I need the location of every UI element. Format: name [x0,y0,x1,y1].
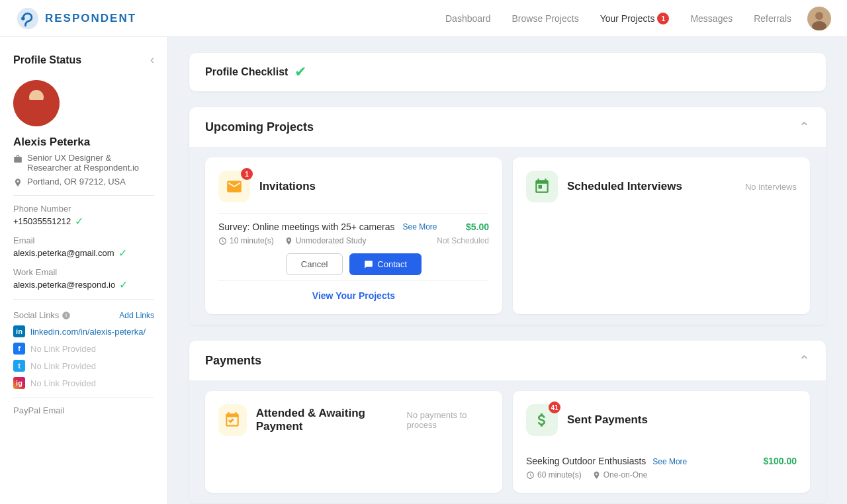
logo[interactable]: RESPONDENT [16,7,136,30]
upcoming-chevron: ⌃ [799,119,810,135]
invitations-icon-wrap: 1 [218,171,250,202]
upcoming-grid: 1 Invitations Survey: Online meetings wi… [205,157,810,314]
profile-name: Alexis Peterka [13,136,154,149]
chat-icon [364,260,373,269]
navbar: RESPONDENT Dashboard Browse Projects You… [0,0,847,37]
twitter-icon: t [13,360,25,372]
divider-1 [13,195,154,196]
email-label: Email [13,235,154,245]
location-icon [13,178,22,187]
svg-point-0 [17,7,38,28]
location-sent-icon [592,471,601,480]
invitations-header: 1 Invitations [218,171,489,202]
clock-small-icon [526,471,535,480]
awaiting-sub: No payments to process [407,410,489,430]
divider-3 [13,397,154,398]
social-instagram[interactable]: ig No Link Provided [13,377,154,389]
instagram-icon: ig [13,377,25,389]
profile-avatar [13,80,60,126]
cancel-button[interactable]: Cancel [286,253,343,275]
work-email-value: alexis.peterka@respond.io ✓ [13,278,154,291]
logo-text: RESPONDENT [45,12,136,25]
work-email-check: ✓ [119,278,128,291]
social-title: Social Links i [13,310,71,320]
facebook-icon: f [13,343,25,355]
paypal-label: PayPal Email [13,405,154,415]
sidebar-header: Profile Status ‹ [13,53,154,67]
nav-dashboard[interactable]: Dashboard [445,13,491,24]
profile-checklist-bar: Profile Checklist ✔ [189,53,826,91]
invitations-badge: 1 [241,168,253,180]
sent-duration: 60 minute(s) [526,470,582,480]
sent-payments-badge: 41 [549,401,560,413]
page: Profile Status ‹ Alexis Peterka Senior U… [0,0,847,504]
sent-see-more[interactable]: See More [652,457,687,466]
checklist-check-icon: ✔ [294,63,306,81]
nav-links: Dashboard Browse Projects Your Projects … [445,13,791,24]
nav-browse[interactable]: Browse Projects [512,13,578,24]
payments-title: Payments [205,354,261,368]
payments-header[interactable]: Payments ⌃ [189,341,826,380]
view-projects-link[interactable]: View Your Projects [218,280,489,301]
sidebar-toggle[interactable]: ‹ [150,53,154,67]
divider-2 [13,299,154,300]
calendar-check-icon [224,411,241,429]
invitation-title-text: Survey: Online meetings with 25+ cameras… [218,222,437,232]
sent-icon-wrap: 41 [526,404,558,436]
sent-payment-title-row: Seeking Outdoor Enthusiasts See More $10… [526,456,797,466]
invitation-status: Not Scheduled [437,236,489,245]
email-value: alexis.peterka@gmail.com ✓ [13,247,154,259]
avatar-wrap [13,80,154,126]
profile-job: Senior UX Designer & Researcher at Respo… [13,153,154,173]
invitations-card: 1 Invitations Survey: Online meetings wi… [205,157,502,314]
social-linkedin[interactable]: in linkedin.com/in/alexis-peterka/ [13,325,154,337]
social-header: Social Links i Add Links [13,310,154,320]
invitation-actions: Cancel Contact [218,253,489,275]
svg-point-1 [21,17,24,20]
phone-label: Phone Number [13,204,154,214]
invitation-price: $5.00 [466,222,489,232]
nav-your-projects[interactable]: Your Projects 1 [600,13,670,24]
sidebar-title: Profile Status [13,54,81,66]
payments-chevron: ⌃ [799,353,810,368]
logo-icon [16,7,40,30]
upcoming-projects-section: Upcoming Projects ⌃ 1 Invitations [189,107,826,325]
sent-payment-item: Seeking Outdoor Enthusiasts See More $10… [526,446,797,480]
awaiting-payment-card: Attended & Awaiting Payment No payments … [205,391,502,493]
briefcase-icon [13,154,22,163]
upcoming-header[interactable]: Upcoming Projects ⌃ [189,107,826,147]
payments-section: Payments ⌃ Attended & Awaiting Payment N… [189,341,826,503]
svg-text:i: i [66,313,67,317]
main-content: Profile Checklist ✔ Upcoming Projects ⌃ … [168,37,847,504]
avatar-image [807,7,831,30]
invitation-item: Survey: Online meetings with 25+ cameras… [218,213,489,275]
social-facebook[interactable]: f No Link Provided [13,343,154,355]
info-icon: i [62,311,71,320]
upcoming-body: 1 Invitations Survey: Online meetings wi… [189,147,826,325]
social-twitter[interactable]: t No Link Provided [13,360,154,372]
email-check: ✓ [118,247,127,259]
money-icon [533,411,551,429]
avatar[interactable] [807,7,831,30]
nav-messages[interactable]: Messages [690,13,733,24]
invitation-meta: 10 minute(s) Unmoderated Study Not Sched… [218,236,489,245]
sidebar: Profile Status ‹ Alexis Peterka Senior U… [0,37,168,504]
scheduled-sub: No interviews [745,182,797,192]
awaiting-icon-wrap [218,404,247,436]
phone-check: ✓ [75,215,83,228]
sent-payment-meta: 60 minute(s) One-on-One [526,470,797,480]
upcoming-title: Upcoming Projects [205,120,314,134]
invitation-duration: 10 minute(s) [218,236,274,245]
scheduled-label: Scheduled Interviews [567,180,682,193]
sent-header: 41 Sent Payments [526,404,797,436]
contact-button[interactable]: Contact [349,253,422,275]
add-links-button[interactable]: Add Links [119,311,154,320]
linkedin-icon: in [13,325,25,337]
invitations-label: Invitations [259,180,316,193]
sent-price: $100.00 [763,456,797,466]
see-more-link[interactable]: See More [403,222,437,231]
clock-icon [218,237,227,245]
phone-value: +15035551212 ✓ [13,215,154,228]
profile-avatar-img [13,80,60,126]
nav-referrals[interactable]: Referrals [754,13,791,24]
